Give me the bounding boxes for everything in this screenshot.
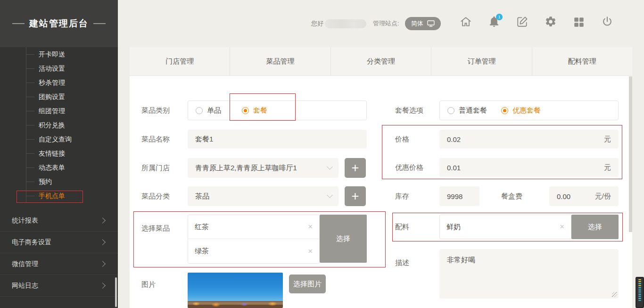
sidebar-section-statistics[interactable]: 统计报表 — [0, 210, 118, 232]
description-label: 描述 — [395, 258, 409, 267]
image-label: 图片 — [141, 280, 156, 289]
chevron-right-icon — [99, 217, 106, 224]
sidebar-item-custom-query[interactable]: 自定义查询 — [26, 132, 72, 146]
site-label: 管理站点: — [373, 19, 399, 28]
stock-boxfee-row: 库存 9998 餐盒费 0.00 元/份 — [130, 186, 632, 206]
sidebar-item-friend-links[interactable]: 友情链接 — [26, 146, 72, 160]
sidebar-item-mobile-order[interactable]: 手机点单 — [26, 189, 72, 203]
chevron-right-icon — [99, 239, 106, 245]
box-fee-label: 餐盒费 — [501, 192, 522, 201]
title-dash-left — [12, 23, 25, 24]
combo-option-group: 普通套餐 优惠套餐 — [439, 100, 619, 120]
language-site-button[interactable]: 简体 — [405, 17, 441, 30]
box-fee-unit: 元/份 — [595, 192, 611, 201]
minimap-widget[interactable] — [636, 277, 644, 308]
stock-label: 库存 — [395, 192, 409, 201]
description-value: 非常好喝 — [447, 256, 475, 264]
button-label: 选择 — [588, 223, 602, 232]
apps-grid-icon[interactable] — [573, 16, 585, 28]
price-row: 价格 0.02 元 — [130, 130, 632, 149]
sidebar-header: 建站管理后台 — [0, 0, 118, 47]
sidebar-item-groupbuy-settings[interactable]: 团购设置 — [26, 90, 72, 104]
price-label: 价格 — [395, 135, 409, 144]
stock-input[interactable]: 9998 — [439, 186, 479, 206]
sidebar-section-ecommerce[interactable]: 电子商务设置 — [0, 232, 118, 253]
bell-icon[interactable]: 1 — [488, 16, 500, 28]
sidebar-item-card-gift[interactable]: 开卡即送 — [26, 47, 72, 61]
title-dash-right — [93, 23, 106, 24]
chevron-right-icon — [99, 261, 106, 267]
dish-form: 菜品类别 单品 套餐 套餐选项 — [130, 47, 632, 308]
stock-value: 9998 — [447, 192, 462, 200]
section-label: 网站日志 — [12, 282, 38, 290]
price-value: 0.02 — [447, 135, 461, 143]
gear-icon[interactable] — [545, 16, 557, 28]
ingredient-input[interactable]: 鲜奶 — [439, 215, 571, 239]
power-icon[interactable] — [601, 16, 613, 28]
combo-option-row: 套餐选项 普通套餐 优惠套餐 — [130, 100, 632, 120]
ingredient-row: 配料 鲜奶 选择 — [130, 215, 632, 239]
sidebar-tree: 开卡即送 活动设置 秒杀管理 团购设置 组团管理 积分兑换 自定义查询 友情链接… — [26, 47, 72, 203]
notification-badge: 1 — [496, 14, 503, 20]
redacted-username — [325, 19, 366, 28]
section-label: 微信管理 — [12, 260, 38, 268]
sidebar-scrollbar-thumb[interactable] — [115, 277, 117, 307]
greeting: 您好 管理站点: 简体 — [311, 17, 441, 30]
sidebar-item-dynamic-form[interactable]: 动态表单 — [26, 160, 72, 175]
price-unit: 元 — [604, 135, 611, 144]
sidebar-item-seckill[interactable]: 秒杀管理 — [26, 75, 72, 90]
price-input[interactable]: 0.02 元 — [439, 130, 619, 149]
sidebar-item-activity-settings[interactable]: 活动设置 — [26, 61, 72, 75]
home-icon[interactable] — [460, 16, 472, 28]
discount-price-input[interactable]: 0.01 元 — [439, 158, 619, 177]
radio-circle-icon — [447, 107, 454, 114]
page: 建站管理后台 开卡即送 活动设置 秒杀管理 团购设置 组团管理 积分兑换 自定义… — [0, 0, 644, 308]
select-ingredient-button[interactable]: 选择 — [571, 215, 619, 239]
radio-discount-combo[interactable]: 优惠套餐 — [501, 106, 541, 115]
topbar-icons: 1 — [460, 16, 613, 28]
content-scrollbar-thumb[interactable] — [629, 76, 632, 232]
combo-option-label: 套餐选项 — [395, 106, 423, 115]
box-fee-input[interactable]: 0.00 元/份 — [549, 186, 619, 206]
box-fee-value: 0.00 — [557, 192, 570, 200]
sidebar-item-group-manage[interactable]: 组团管理 — [26, 104, 72, 118]
discount-price-value: 0.01 — [447, 164, 461, 172]
sidebar-section-site-log[interactable]: 网站日志 — [0, 275, 118, 297]
topbar: 您好 管理站点: 简体 — [311, 14, 441, 33]
app-title: 建站管理后台 — [29, 17, 89, 30]
sidebar-sections: 统计报表 电子商务设置 微信管理 网站日志 — [0, 210, 118, 297]
sidebar-item-reservation[interactable]: 预约 — [26, 175, 72, 189]
sidebar: 建站管理后台 开卡即送 活动设置 秒杀管理 团购设置 组团管理 积分兑换 自定义… — [0, 0, 118, 308]
dish-photo-thumbnail[interactable] — [188, 273, 283, 308]
clear-icon[interactable] — [560, 222, 564, 232]
ingredient-label: 配料 — [395, 223, 409, 232]
ingredient-value: 鲜奶 — [446, 223, 461, 232]
discount-price-unit: 元 — [604, 163, 611, 172]
section-label: 电子商务设置 — [12, 238, 51, 247]
edit-icon[interactable] — [516, 16, 528, 28]
radio-label: 优惠套餐 — [512, 106, 541, 115]
discount-price-row: 优惠价格 0.01 元 — [130, 158, 632, 177]
image-row: 图片 选择图片 — [130, 273, 632, 308]
language-label: 简体 — [411, 19, 423, 28]
main-card: 门店管理 菜品管理 分类管理 订单管理 配料管理 菜品类别 单品 套餐 — [130, 47, 632, 308]
button-label: 选择图片 — [293, 280, 322, 289]
sidebar-section-wechat[interactable]: 微信管理 — [0, 253, 118, 275]
radio-label: 普通套餐 — [459, 106, 487, 115]
sidebar-item-points-exchange[interactable]: 积分兑换 — [26, 118, 72, 132]
chevron-right-icon — [99, 283, 106, 289]
greeting-text: 您好 — [311, 19, 323, 28]
select-image-button[interactable]: 选择图片 — [289, 275, 326, 293]
section-label: 统计报表 — [12, 216, 38, 225]
radio-normal-combo[interactable]: 普通套餐 — [447, 106, 487, 115]
discount-price-label: 优惠价格 — [395, 163, 423, 172]
radio-circle-icon — [501, 107, 508, 114]
monitor-icon — [427, 20, 435, 27]
